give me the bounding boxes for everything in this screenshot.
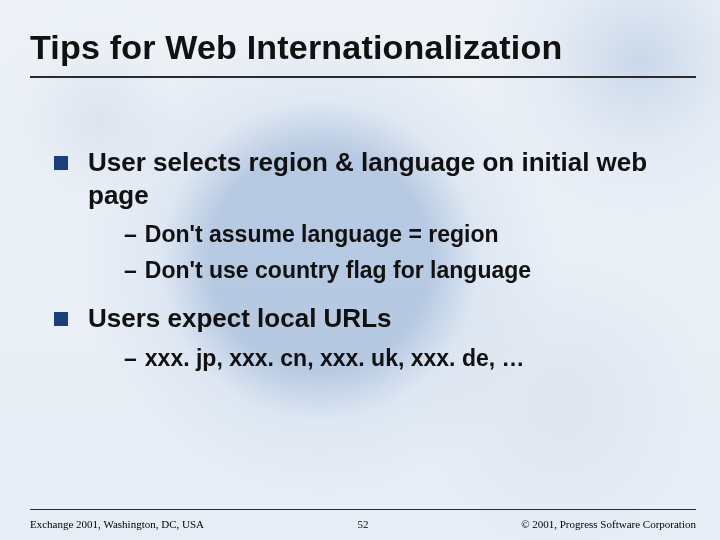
sub-bullet-text: Don't use country flag for language: [145, 253, 531, 289]
sub-bullet-item: – Don't use country flag for language: [124, 253, 690, 289]
sub-bullet-group: – xxx. jp, xxx. cn, xxx. uk, xxx. de, …: [124, 341, 690, 377]
slide-footer: Exchange 2001, Washington, DC, USA 52 © …: [30, 518, 696, 530]
bullet-item: User selects region & language on initia…: [54, 146, 690, 211]
square-bullet-icon: [54, 156, 68, 170]
bullet-text: User selects region & language on initia…: [88, 146, 690, 211]
dash-icon: –: [124, 341, 137, 377]
bullet-item: Users expect local URLs: [54, 302, 690, 335]
sub-bullet-text: xxx. jp, xxx. cn, xxx. uk, xxx. de, …: [145, 341, 525, 377]
sub-bullet-item: – Don't assume language = region: [124, 217, 690, 253]
sub-bullet-group: – Don't assume language = region – Don't…: [124, 217, 690, 288]
slide: Tips for Web Internationalization User s…: [0, 0, 720, 540]
footer-divider: [30, 509, 696, 510]
sub-bullet-text: Don't assume language = region: [145, 217, 499, 253]
dash-icon: –: [124, 253, 137, 289]
slide-body: User selects region & language on initia…: [54, 146, 690, 390]
square-bullet-icon: [54, 312, 68, 326]
dash-icon: –: [124, 217, 137, 253]
title-divider: [30, 76, 696, 78]
sub-bullet-item: – xxx. jp, xxx. cn, xxx. uk, xxx. de, …: [124, 341, 690, 377]
bullet-text: Users expect local URLs: [88, 302, 391, 335]
slide-number: 52: [30, 518, 696, 530]
slide-title: Tips for Web Internationalization: [30, 28, 562, 67]
